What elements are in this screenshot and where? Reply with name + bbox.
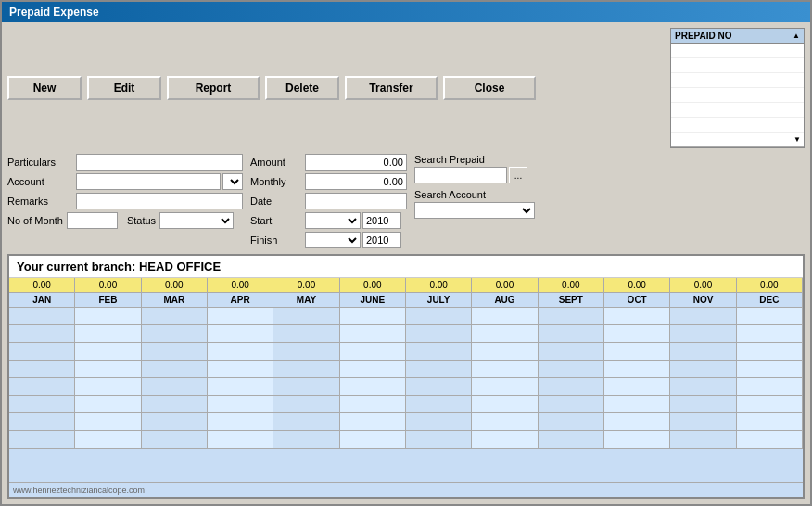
month-total-cell: 0.00	[142, 278, 208, 292]
finish-month-select[interactable]	[305, 232, 361, 248]
table-cell	[340, 325, 406, 342]
table-cell	[604, 308, 670, 324]
table-cell	[737, 413, 803, 430]
table-cell	[273, 361, 339, 377]
prepaid-list-row[interactable]	[671, 73, 804, 88]
table-cell	[539, 308, 604, 324]
table-cell	[142, 308, 208, 324]
report-button[interactable]: Report	[167, 76, 260, 100]
table-cell	[273, 308, 339, 324]
no-of-month-input[interactable]	[67, 212, 118, 229]
transfer-button[interactable]: Transfer	[345, 76, 438, 100]
start-row	[305, 212, 407, 229]
search-account-select[interactable]	[414, 202, 535, 219]
table-cell	[406, 396, 472, 412]
status-label: Status	[127, 215, 156, 226]
form-left: Particulars Account Remarks No of Month …	[7, 154, 243, 229]
table-cell	[208, 413, 273, 430]
month-total-cell: 0.00	[340, 278, 406, 292]
table-row[interactable]	[9, 413, 803, 431]
particulars-input[interactable]	[76, 154, 243, 171]
table-cell	[472, 343, 538, 360]
table-cell	[273, 343, 339, 360]
table-row[interactable]	[9, 343, 803, 361]
prepaid-list-row[interactable]	[671, 103, 804, 118]
table-cell	[75, 396, 141, 412]
table-cell	[340, 413, 406, 430]
month-total-cell: 0.00	[9, 278, 75, 292]
start-month-select[interactable]	[305, 212, 361, 229]
prepaid-list-row[interactable]	[671, 88, 804, 103]
browse-button[interactable]: ...	[509, 167, 527, 183]
table-cell	[472, 413, 538, 430]
account-input[interactable]	[76, 173, 221, 190]
remarks-input[interactable]	[76, 193, 243, 209]
table-cell	[9, 308, 75, 324]
table-cell	[142, 378, 208, 395]
table-cell	[142, 396, 208, 412]
table-row[interactable]	[9, 396, 803, 413]
search-prepaid-row: Search Prepaid	[414, 154, 535, 165]
table-cell	[604, 413, 670, 430]
status-select[interactable]	[159, 212, 234, 229]
main-window: Prepaid Expense New Edit Report Delete T…	[0, 0, 812, 506]
table-cell	[75, 378, 141, 395]
window-title: Prepaid Expense	[9, 6, 99, 19]
account-select[interactable]	[222, 173, 243, 190]
table-cell	[340, 343, 406, 360]
prepaid-list-row[interactable]	[671, 118, 804, 133]
search-prepaid-input[interactable]	[414, 167, 507, 183]
table-cell	[406, 361, 472, 377]
table-cell	[9, 431, 75, 448]
table-cell	[273, 431, 339, 448]
date-input[interactable]	[305, 193, 407, 209]
monthly-label: Monthly	[250, 176, 301, 187]
table-cell	[406, 343, 472, 360]
table-cell	[142, 343, 208, 360]
table-row[interactable]	[9, 308, 803, 325]
month-header-cell: OCT	[604, 293, 670, 307]
table-cell	[208, 343, 273, 360]
start-year-input[interactable]	[362, 212, 401, 229]
table-cell	[737, 396, 803, 412]
new-button[interactable]: New	[7, 76, 82, 100]
table-row[interactable]	[9, 378, 803, 396]
amount-label: Amount	[250, 157, 301, 168]
table-row[interactable]	[9, 325, 803, 343]
table-cell	[142, 361, 208, 377]
prepaid-list-row[interactable]	[671, 58, 804, 73]
search-account-label: Search Account	[414, 189, 486, 200]
particulars-label: Particulars	[7, 157, 72, 168]
amount-input[interactable]	[305, 154, 407, 171]
close-button[interactable]: Close	[443, 76, 536, 100]
prepaid-list-row[interactable]: ▼	[671, 133, 804, 147]
month-total-cell: 0.00	[406, 278, 472, 292]
table-cell	[9, 343, 75, 360]
table-cell	[340, 378, 406, 395]
table-cell	[670, 325, 736, 342]
table-cell	[670, 378, 736, 395]
edit-button[interactable]: Edit	[87, 76, 161, 100]
table-cell	[604, 361, 670, 377]
table-row[interactable]	[9, 361, 803, 378]
month-header-cell: MAR	[142, 293, 208, 307]
month-header-cell: NOV	[670, 293, 736, 307]
finish-year-input[interactable]	[362, 232, 401, 248]
scroll-down-icon[interactable]: ▼	[793, 135, 801, 144]
table-cell	[340, 431, 406, 448]
delete-button[interactable]: Delete	[265, 76, 339, 100]
table-cell	[472, 325, 538, 342]
month-total-cell: 0.00	[273, 278, 339, 292]
prepaid-list-row[interactable]	[671, 44, 804, 58]
table-cell	[9, 378, 75, 395]
monthly-input[interactable]	[305, 173, 407, 190]
month-total-cell: 0.00	[208, 278, 273, 292]
month-header-cell: JAN	[9, 293, 75, 307]
scroll-up-icon[interactable]: ▲	[793, 32, 800, 40]
form-area: Particulars Account Remarks No of Month …	[7, 154, 805, 248]
table-cell	[539, 343, 604, 360]
table-row[interactable]	[9, 431, 803, 449]
branch-bar: Your current branch: HEAD OFFICE	[9, 256, 803, 278]
month-total-cell: 0.00	[670, 278, 736, 292]
month-header-cell: JULY	[406, 293, 472, 307]
